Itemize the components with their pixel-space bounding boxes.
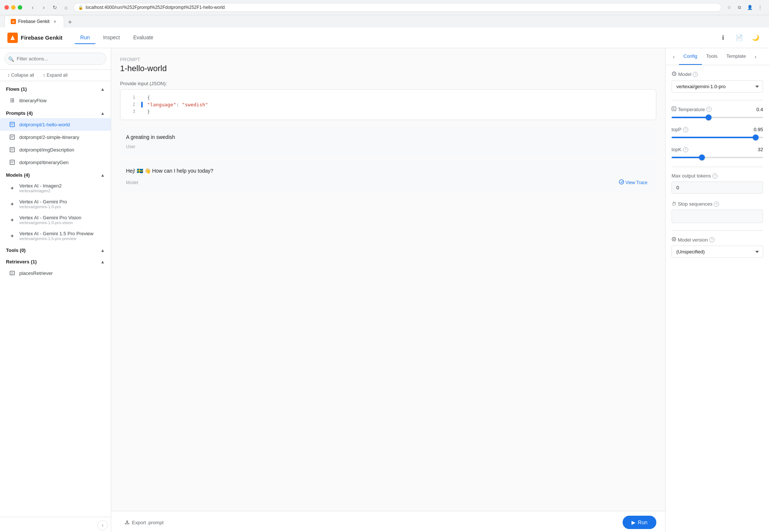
topk-help-icon[interactable]: ? [683, 147, 688, 152]
sidebar-item-itineraryflow[interactable]: itineraryFlow [0, 94, 111, 107]
sidebar-search: 🔍 [0, 48, 111, 70]
retriever-icon [9, 270, 16, 276]
profile-button[interactable]: 👤 [745, 3, 754, 12]
tab-close-button[interactable]: ✕ [52, 19, 58, 24]
model-version-config-section: Model version ? (Unspecified) [672, 237, 763, 258]
right-tab-template[interactable]: Template [722, 48, 750, 65]
sidebar-collapse-button[interactable]: ‹ [97, 520, 108, 531]
right-tab-tools[interactable]: Tools [702, 48, 722, 65]
sidebar-item-dotprompt-itinerarygen[interactable]: dotprompt/itineraryGen [0, 156, 111, 169]
sidebar-item-placesretriever[interactable]: placesRetriever [0, 267, 111, 279]
header-actions: ℹ 📄 🌙 [717, 32, 762, 44]
temperature-slider[interactable] [672, 117, 763, 118]
reload-button[interactable]: ↻ [50, 3, 59, 12]
collapse-all-button[interactable]: ↕ Collapse all [4, 71, 37, 79]
svg-rect-5 [10, 271, 14, 275]
sidebar-item-vertex-gemini-pro[interactable]: ✦ Vertex AI - Gemini Pro vertexai/gemini… [0, 196, 111, 212]
sidebar-item-dotprompt-2-simple-itinerary[interactable]: dotprompt/2-simple-itinerary [0, 131, 111, 143]
url-bar[interactable]: 🔒 localhost:4000/run/%252Fprompt%252Fdot… [73, 3, 722, 12]
sidebar-item-vertex-gemini-15-preview[interactable]: ✦ Vertex AI - Gemini 1.5 Pro Preview ver… [0, 228, 111, 244]
topp-label: topP [672, 127, 682, 132]
sidebar-item-label: dotprompt/imgDescription [19, 147, 74, 153]
line-number-1: 1 [126, 95, 135, 100]
topp-slider[interactable] [672, 137, 763, 138]
models-section-title: Models (4) [6, 172, 30, 178]
models-section-header[interactable]: Models (4) ▲ [0, 170, 111, 180]
sidebar-item-label: dotprompt/2-simple-itinerary [19, 134, 79, 140]
search-input[interactable] [4, 53, 106, 65]
stop-seq-icon: ⏱ [672, 201, 676, 207]
stop-sequences-help-icon[interactable]: ? [714, 202, 719, 207]
topp-help-icon[interactable]: ? [683, 127, 688, 132]
sidebar-item-dotprompt-imgdescription[interactable]: dotprompt/imgDescription [0, 143, 111, 156]
active-tab[interactable]: G Firebase Genkit ✕ [4, 15, 64, 27]
theme-button[interactable]: 🌙 [750, 32, 762, 44]
tools-section-header[interactable]: Tools (0) ▲ [0, 245, 111, 255]
model-sublabel: vertexai/gemini-1.0-pro-vision [19, 220, 81, 225]
docs-button[interactable]: 📄 [733, 32, 745, 44]
model-version-select[interactable]: (Unspecified) [672, 246, 763, 258]
topk-label-row: topK ? [672, 147, 688, 152]
right-panel-prev-button[interactable]: ‹ [669, 51, 679, 62]
view-trace-button[interactable]: View Trace [616, 178, 650, 187]
traffic-light-green[interactable] [18, 5, 22, 10]
forward-button[interactable]: › [39, 3, 48, 12]
browser-chrome: ‹ › ↻ ⌂ 🔒 localhost:4000/run/%252Fprompt… [0, 0, 769, 15]
topp-value: 0.95 [754, 127, 763, 132]
traffic-light-red[interactable] [4, 5, 9, 10]
stop-sequences-config-section: ⏱ Stop sequences ? [672, 201, 763, 223]
retrievers-section-header[interactable]: Retrievers (1) ▲ [0, 257, 111, 267]
app-nav: Run Inspect Evaluate [74, 31, 159, 44]
new-tab-button[interactable]: + [65, 17, 75, 27]
model-label: Vertex AI - Gemini Pro [19, 199, 67, 205]
flows-section-header[interactable]: Flows (1) ▲ [0, 84, 111, 94]
nav-inspect[interactable]: Inspect [97, 31, 126, 44]
svg-rect-2 [10, 135, 14, 139]
sidebar-item-dotprompt-1-hello-world[interactable]: dotprompt/1-hello-world [0, 118, 111, 131]
temperature-icon [672, 106, 676, 112]
model-label: Vertex AI - Gemini Pro Vision [19, 215, 81, 220]
topp-label-row: topP ? [672, 127, 688, 132]
max-tokens-input[interactable] [672, 182, 763, 194]
model-version-help-icon[interactable]: ? [709, 237, 715, 242]
model-icon-3: ✦ [9, 217, 16, 223]
sidebar-item-vertex-gemini-pro-vision[interactable]: ✦ Vertex AI - Gemini Pro Vision vertexai… [0, 212, 111, 228]
home-button[interactable]: ⌂ [62, 3, 70, 12]
right-panel-next-button[interactable]: › [750, 51, 761, 62]
temperature-help-icon[interactable]: ? [706, 107, 712, 112]
temperature-label: Temperature [678, 107, 705, 112]
prompts-section-header[interactable]: Prompts (4) ▲ [0, 108, 111, 118]
right-tab-config[interactable]: Config [679, 48, 702, 65]
url-text: localhost:4000/run/%252Fprompt%252Fdotpr… [86, 5, 225, 10]
model-select[interactable]: vertexai/gemini-1.0-pro vertexai/gemini-… [672, 80, 763, 93]
model-message-text: Hej! 🇸🇪 👋 How can I help you today? [126, 167, 650, 175]
expand-all-button[interactable]: ↕ Expand all [40, 71, 70, 79]
topk-slider[interactable] [672, 157, 763, 158]
topk-label: topK [672, 147, 682, 152]
run-button[interactable]: ▶ Run [623, 516, 656, 529]
info-button[interactable]: ℹ [717, 32, 729, 44]
export-icon [125, 519, 130, 526]
bookmark-button[interactable]: ☆ [725, 3, 733, 12]
stop-sequences-input[interactable] [672, 210, 763, 223]
extensions-button[interactable]: ⧉ [735, 3, 744, 12]
model-label: Vertex AI - Imagen2 [19, 183, 62, 189]
line-number-2: 2 [126, 102, 135, 107]
sidebar-item-label: dotprompt/itineraryGen [19, 160, 69, 165]
model-icon-2: ✦ [9, 201, 16, 207]
max-tokens-help-icon[interactable]: ? [712, 173, 717, 179]
traffic-light-yellow[interactable] [11, 5, 16, 10]
svg-rect-1 [10, 122, 14, 127]
sidebar: 🔍 ↕ Collapse all ↕ Expand all Fl [0, 48, 111, 532]
menu-button[interactable]: ⋮ [756, 3, 765, 12]
topk-value: 32 [758, 147, 763, 152]
model-help-icon[interactable]: ? [693, 72, 698, 77]
sidebar-item-vertex-imagen2[interactable]: ✦ Vertex AI - Imagen2 vertexai/imagen2 [0, 180, 111, 196]
back-button[interactable]: ‹ [28, 3, 37, 12]
prompt-icon-1 [9, 121, 16, 128]
json-editor[interactable]: 1 { 2 "language": "swedish" 3 [120, 89, 656, 120]
sidebar-section-prompts: Prompts (4) ▲ dotprompt/1-hello-world [0, 108, 111, 169]
nav-evaluate[interactable]: Evaluate [127, 31, 159, 44]
nav-run[interactable]: Run [74, 31, 96, 44]
export-prompt-button[interactable]: Export .prompt [120, 516, 168, 529]
